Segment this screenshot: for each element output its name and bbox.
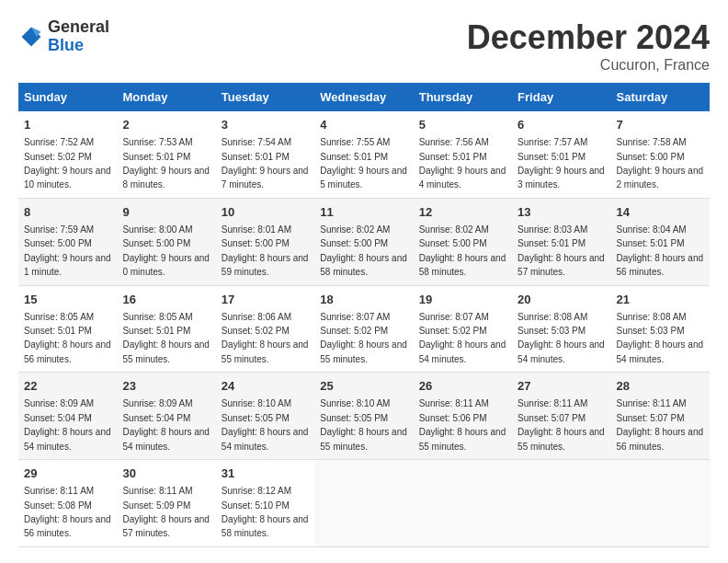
calendar-day-cell: 21Sunrise: 8:08 AMSunset: 5:03 PMDayligh… (611, 285, 710, 373)
day-number: 1 (24, 117, 111, 133)
day-number: 11 (320, 204, 407, 221)
calendar-day-cell: 19Sunrise: 8:07 AMSunset: 5:02 PMDayligh… (414, 285, 512, 373)
logo-icon (18, 24, 44, 50)
calendar-day-cell: 3Sunrise: 7:54 AMSunset: 5:01 PMDaylight… (216, 111, 314, 198)
logo: General Blue (18, 18, 109, 55)
month-title: December 2024 (467, 18, 710, 57)
day-of-week-header: Monday (117, 83, 215, 111)
day-info: Sunrise: 8:07 AMSunset: 5:02 PMDaylight:… (320, 312, 407, 364)
calendar-day-cell: 18Sunrise: 8:07 AMSunset: 5:02 PMDayligh… (314, 285, 413, 373)
calendar-day-cell: 8Sunrise: 7:59 AMSunset: 5:00 PMDaylight… (18, 198, 117, 285)
calendar-day-cell: 4Sunrise: 7:55 AMSunset: 5:01 PMDaylight… (314, 111, 413, 198)
day-number: 28 (617, 378, 704, 395)
day-info: Sunrise: 8:10 AMSunset: 5:05 PMDaylight:… (320, 398, 407, 451)
day-of-week-header: Thursday (414, 83, 512, 111)
calendar-day-cell: 6Sunrise: 7:57 AMSunset: 5:01 PMDaylight… (512, 111, 610, 198)
day-info: Sunrise: 8:02 AMSunset: 5:00 PMDaylight:… (320, 224, 407, 277)
day-number: 4 (320, 117, 407, 133)
day-info: Sunrise: 8:09 AMSunset: 5:04 PMDaylight:… (24, 398, 111, 451)
calendar-week-row: 22Sunrise: 8:09 AMSunset: 5:04 PMDayligh… (18, 373, 710, 460)
day-number: 5 (419, 117, 506, 133)
day-info: Sunrise: 8:11 AMSunset: 5:07 PMDaylight:… (617, 398, 704, 451)
day-info: Sunrise: 8:01 AMSunset: 5:00 PMDaylight:… (222, 224, 309, 277)
calendar-day-cell (611, 460, 710, 547)
location: Cucuron, France (467, 57, 710, 74)
calendar-week-row: 15Sunrise: 8:05 AMSunset: 5:01 PMDayligh… (18, 285, 710, 373)
day-info: Sunrise: 7:52 AMSunset: 5:02 PMDaylight:… (24, 137, 111, 190)
day-number: 15 (24, 292, 111, 308)
day-number: 30 (122, 465, 210, 482)
day-number: 6 (518, 117, 605, 133)
day-info: Sunrise: 8:11 AMSunset: 5:06 PMDaylight:… (419, 398, 506, 451)
day-number: 12 (419, 204, 506, 221)
day-info: Sunrise: 8:06 AMSunset: 5:02 PMDaylight:… (222, 312, 309, 364)
calendar-day-cell: 25Sunrise: 8:10 AMSunset: 5:05 PMDayligh… (314, 373, 413, 460)
day-info: Sunrise: 8:03 AMSunset: 5:01 PMDaylight:… (518, 224, 605, 277)
day-number: 2 (122, 117, 210, 133)
day-info: Sunrise: 7:59 AMSunset: 5:00 PMDaylight:… (24, 224, 111, 277)
calendar-day-cell (512, 460, 610, 547)
calendar-day-cell: 27Sunrise: 8:11 AMSunset: 5:07 PMDayligh… (512, 373, 610, 460)
day-of-week-header: Tuesday (216, 83, 314, 111)
day-number: 29 (24, 465, 111, 482)
calendar-week-row: 8Sunrise: 7:59 AMSunset: 5:00 PMDaylight… (18, 198, 710, 285)
day-info: Sunrise: 8:08 AMSunset: 5:03 PMDaylight:… (518, 312, 605, 364)
day-info: Sunrise: 7:58 AMSunset: 5:00 PMDaylight:… (617, 137, 704, 190)
day-info: Sunrise: 7:55 AMSunset: 5:01 PMDaylight:… (320, 137, 407, 190)
day-number: 9 (122, 204, 210, 221)
calendar-day-cell: 10Sunrise: 8:01 AMSunset: 5:00 PMDayligh… (216, 198, 314, 285)
calendar-day-cell: 13Sunrise: 8:03 AMSunset: 5:01 PMDayligh… (512, 198, 610, 285)
day-info: Sunrise: 8:11 AMSunset: 5:09 PMDaylight:… (122, 486, 210, 538)
day-number: 24 (222, 378, 309, 395)
day-number: 10 (222, 204, 309, 221)
calendar-week-row: 1Sunrise: 7:52 AMSunset: 5:02 PMDaylight… (18, 111, 710, 198)
day-info: Sunrise: 8:00 AMSunset: 5:00 PMDaylight:… (122, 224, 210, 277)
day-number: 27 (518, 378, 605, 395)
calendar-table: SundayMondayTuesdayWednesdayThursdayFrid… (18, 83, 710, 547)
day-number: 23 (122, 378, 210, 395)
day-info: Sunrise: 8:08 AMSunset: 5:03 PMDaylight:… (617, 312, 704, 364)
logo-text: General Blue (48, 18, 109, 55)
day-info: Sunrise: 8:04 AMSunset: 5:01 PMDaylight:… (617, 224, 704, 277)
day-info: Sunrise: 8:11 AMSunset: 5:07 PMDaylight:… (518, 398, 605, 451)
day-number: 25 (320, 378, 407, 395)
day-info: Sunrise: 7:57 AMSunset: 5:01 PMDaylight:… (518, 137, 605, 190)
day-number: 18 (320, 292, 407, 308)
title-block: December 2024 Cucuron, France (467, 18, 710, 74)
day-number: 31 (222, 465, 309, 482)
day-info: Sunrise: 8:05 AMSunset: 5:01 PMDaylight:… (24, 312, 111, 364)
calendar-day-cell: 17Sunrise: 8:06 AMSunset: 5:02 PMDayligh… (216, 285, 314, 373)
calendar-day-cell: 26Sunrise: 8:11 AMSunset: 5:06 PMDayligh… (414, 373, 512, 460)
calendar-day-cell (414, 460, 512, 547)
day-info: Sunrise: 8:11 AMSunset: 5:08 PMDaylight:… (24, 486, 111, 538)
day-info: Sunrise: 8:02 AMSunset: 5:00 PMDaylight:… (419, 224, 506, 277)
day-of-week-header: Sunday (18, 83, 117, 111)
calendar-day-cell: 23Sunrise: 8:09 AMSunset: 5:04 PMDayligh… (117, 373, 215, 460)
day-info: Sunrise: 8:07 AMSunset: 5:02 PMDaylight:… (419, 312, 506, 364)
day-number: 3 (222, 117, 309, 133)
day-of-week-header: Wednesday (314, 83, 413, 111)
day-number: 14 (617, 204, 704, 221)
day-number: 20 (518, 292, 605, 308)
calendar-week-row: 29Sunrise: 8:11 AMSunset: 5:08 PMDayligh… (18, 460, 710, 547)
day-of-week-header: Saturday (611, 83, 710, 111)
calendar-day-cell: 12Sunrise: 8:02 AMSunset: 5:00 PMDayligh… (414, 198, 512, 285)
calendar-day-cell: 31Sunrise: 8:12 AMSunset: 5:10 PMDayligh… (216, 460, 314, 547)
calendar-day-cell: 30Sunrise: 8:11 AMSunset: 5:09 PMDayligh… (117, 460, 215, 547)
day-number: 26 (419, 378, 506, 395)
day-info: Sunrise: 8:09 AMSunset: 5:04 PMDaylight:… (122, 398, 210, 451)
day-of-week-header: Friday (512, 83, 610, 111)
calendar-day-cell: 5Sunrise: 7:56 AMSunset: 5:01 PMDaylight… (414, 111, 512, 198)
day-info: Sunrise: 8:05 AMSunset: 5:01 PMDaylight:… (122, 312, 210, 364)
calendar-day-cell: 1Sunrise: 7:52 AMSunset: 5:02 PMDaylight… (18, 111, 117, 198)
page-header: General Blue December 2024 Cucuron, Fran… (18, 18, 710, 74)
day-info: Sunrise: 7:56 AMSunset: 5:01 PMDaylight:… (419, 137, 506, 190)
day-number: 22 (24, 378, 111, 395)
day-number: 7 (617, 117, 704, 133)
day-number: 13 (518, 204, 605, 221)
day-info: Sunrise: 7:53 AMSunset: 5:01 PMDaylight:… (122, 137, 210, 190)
calendar-day-cell: 22Sunrise: 8:09 AMSunset: 5:04 PMDayligh… (18, 373, 117, 460)
day-number: 17 (222, 292, 309, 308)
calendar-day-cell: 14Sunrise: 8:04 AMSunset: 5:01 PMDayligh… (611, 198, 710, 285)
day-info: Sunrise: 8:10 AMSunset: 5:05 PMDaylight:… (222, 398, 309, 451)
